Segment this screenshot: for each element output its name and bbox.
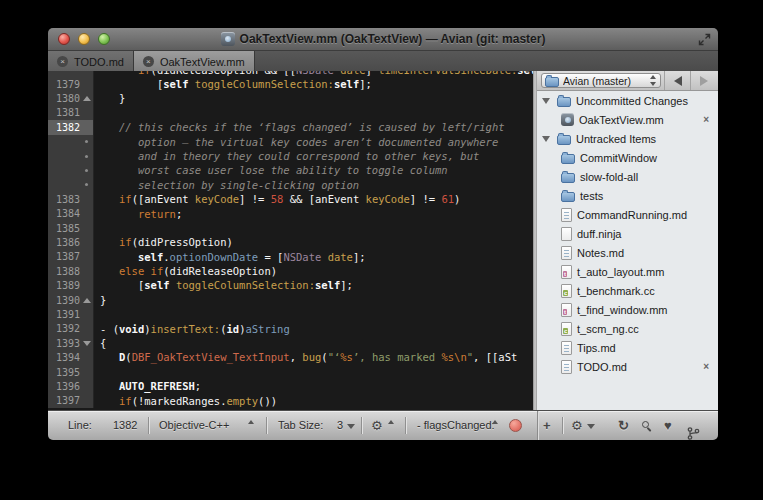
- sidebar-item-TODO.md[interactable]: TODO.md×: [537, 357, 718, 376]
- search-icon[interactable]: [641, 419, 654, 432]
- close-file-icon[interactable]: ×: [703, 115, 709, 125]
- gutter-cell[interactable]: [48, 178, 94, 192]
- refresh-icon[interactable]: ↻: [618, 411, 629, 440]
- actions-caret-icon[interactable]: [587, 424, 595, 429]
- close-file-icon[interactable]: ×: [703, 362, 709, 372]
- code-text: [94, 307, 533, 321]
- sidebar-item-CommandRunning.md[interactable]: CommandRunning.md: [537, 205, 718, 224]
- gutter-cell[interactable]: 1382: [48, 120, 94, 134]
- code-line[interactable]: option — the virtual key codes aren’t do…: [48, 135, 533, 149]
- add-item-button[interactable]: +: [543, 411, 551, 440]
- code-line[interactable]: 1384 return;: [48, 207, 533, 221]
- gutter-cell[interactable]: 1392: [48, 322, 94, 336]
- sidebar-item-t_benchmark.cc[interactable]: t_benchmark.cc: [537, 281, 718, 300]
- code-line[interactable]: worst case user lose the ability to togg…: [48, 163, 533, 177]
- sidebar-item-t_scm_ng.cc[interactable]: t_scm_ng.cc: [537, 319, 718, 338]
- scm-branch-icon[interactable]: [687, 419, 700, 440]
- code-line[interactable]: 1382 // this checks if the ‘flags change…: [48, 120, 533, 134]
- tab-size-value[interactable]: 3: [337, 411, 343, 440]
- gutter-cell[interactable]: [48, 149, 94, 163]
- tab-TODO.md[interactable]: ×TODO.md: [48, 51, 134, 72]
- gutter-cell[interactable]: 1389: [48, 278, 94, 292]
- code-editor[interactable]: if(didReleaseOption && [[NSDate date] ti…: [48, 71, 533, 410]
- code-line[interactable]: 1387 self.optionDownDate = [NSDate date]…: [48, 250, 533, 264]
- fold-marker-icon[interactable]: [80, 341, 93, 346]
- gutter-cell[interactable]: 1393: [48, 336, 94, 350]
- code-line[interactable]: 1392- (void)insertText:(id)aString: [48, 322, 533, 336]
- code-line[interactable]: 1379 [self toggleColumnSelection:self];: [48, 77, 533, 91]
- gutter-cell[interactable]: 1381: [48, 106, 94, 120]
- code-line[interactable]: selection by single-clicking option: [48, 178, 533, 192]
- fold-marker-icon[interactable]: [80, 298, 93, 303]
- project-popup[interactable]: Avian (master): [541, 73, 661, 88]
- tab-OakTextView.mm[interactable]: ×OakTextView.mm: [134, 51, 255, 72]
- gutter-cell[interactable]: 1397: [48, 394, 94, 408]
- code-token: [100, 395, 119, 407]
- code-line[interactable]: 1383 if([anEvent keyCode] != 58 && [anEv…: [48, 192, 533, 206]
- gutter-cell[interactable]: 1394: [48, 350, 94, 364]
- gutter-cell[interactable]: 1390: [48, 293, 94, 307]
- fullscreen-icon[interactable]: [698, 33, 711, 46]
- code-token: date: [340, 71, 365, 76]
- sidebar-item-Notes.md[interactable]: Notes.md: [537, 243, 718, 262]
- sidebar-item-Tips.md[interactable]: Tips.md: [537, 338, 718, 357]
- code-token: if: [119, 395, 132, 407]
- sidebar-item-t_auto_layout.mm[interactable]: t_auto_layout.mm: [537, 262, 718, 281]
- gutter-cell[interactable]: [48, 135, 94, 149]
- sidebar-item-OakTextView.mm[interactable]: OakTextView.mm×: [537, 110, 718, 129]
- sidebar-group-Untracked Items[interactable]: Untracked Items: [537, 129, 718, 148]
- sidebar-item-CommitWindow[interactable]: CommitWindow: [537, 148, 718, 167]
- gutter-cell[interactable]: 1380: [48, 91, 94, 105]
- gutter-cell[interactable]: [48, 163, 94, 177]
- history-forward-button[interactable]: [690, 71, 716, 90]
- symbol-popup[interactable]: - flagsChanged:: [417, 411, 495, 440]
- gutter-cell[interactable]: 1387: [48, 250, 94, 264]
- code-line[interactable]: 1397 if(!markedRanges.empty()): [48, 394, 533, 408]
- code-line[interactable]: 1391: [48, 307, 533, 321]
- bundle-stepper-icon[interactable]: [388, 420, 395, 440]
- fold-marker-icon[interactable]: [80, 96, 93, 101]
- code-line[interactable]: 1386 if(didPressOption): [48, 235, 533, 249]
- macro-record-button[interactable]: [509, 419, 522, 432]
- sidebar-item-duff.ninja[interactable]: duff.ninja: [537, 224, 718, 243]
- sidebar-group-Uncommitted Changes[interactable]: Uncommitted Changes: [537, 91, 718, 110]
- code-line[interactable]: 1393{: [48, 336, 533, 350]
- item-label: CommandRunning.md: [577, 209, 687, 221]
- sidebar-item-slow-fold-all[interactable]: slow-fold-all: [537, 167, 718, 186]
- disclosure-triangle-icon[interactable]: [542, 98, 550, 104]
- code-line[interactable]: 1385: [48, 221, 533, 235]
- code-line[interactable]: 1388 else if(didReleaseOption): [48, 264, 533, 278]
- gutter-cell[interactable]: 1385: [48, 221, 94, 235]
- code-line[interactable]: 1389 [self toggleColumnSelection:self];: [48, 278, 533, 292]
- tab-close-icon[interactable]: ×: [57, 56, 68, 67]
- line-number: 1389: [48, 280, 80, 291]
- gutter-cell[interactable]: 1395: [48, 365, 94, 379]
- code-line[interactable]: 1381: [48, 106, 533, 120]
- symbol-stepper-icon[interactable]: [492, 420, 499, 440]
- code-line[interactable]: 1390}: [48, 293, 533, 307]
- code-line[interactable]: 1395: [48, 365, 533, 379]
- actions-gear-icon[interactable]: ⚙: [571, 411, 583, 440]
- bundle-gear-icon[interactable]: ⚙: [371, 411, 383, 440]
- gutter-cell[interactable]: 1391: [48, 307, 94, 321]
- gutter-cell[interactable]: 1379: [48, 77, 94, 91]
- code-line[interactable]: 1394 D(DBF_OakTextView_TextInput, bug("‘…: [48, 350, 533, 364]
- gutter-cell[interactable]: 1384: [48, 207, 94, 221]
- language-stepper-icon[interactable]: [248, 420, 255, 440]
- gutter-cell[interactable]: 1388: [48, 264, 94, 278]
- code-line[interactable]: and in theory they could correspond to o…: [48, 149, 533, 163]
- code-line[interactable]: 1380 }: [48, 91, 533, 105]
- sidebar-item-tests[interactable]: tests: [537, 186, 718, 205]
- language-popup[interactable]: Objective-C++: [159, 411, 229, 440]
- code-line[interactable]: 1396 AUTO_REFRESH;: [48, 379, 533, 393]
- tab-size-caret-icon[interactable]: [347, 424, 355, 429]
- wrap-indicator-icon: [80, 169, 93, 172]
- disclosure-triangle-icon[interactable]: [542, 136, 550, 142]
- gutter-cell[interactable]: 1396: [48, 379, 94, 393]
- gutter-cell[interactable]: 1386: [48, 235, 94, 249]
- favorites-heart-icon[interactable]: ♥: [664, 411, 672, 440]
- history-back-button[interactable]: [664, 71, 690, 90]
- sidebar-item-t_find_window.mm[interactable]: t_find_window.mm: [537, 300, 718, 319]
- tab-close-icon[interactable]: ×: [143, 56, 154, 67]
- gutter-cell[interactable]: 1383: [48, 192, 94, 206]
